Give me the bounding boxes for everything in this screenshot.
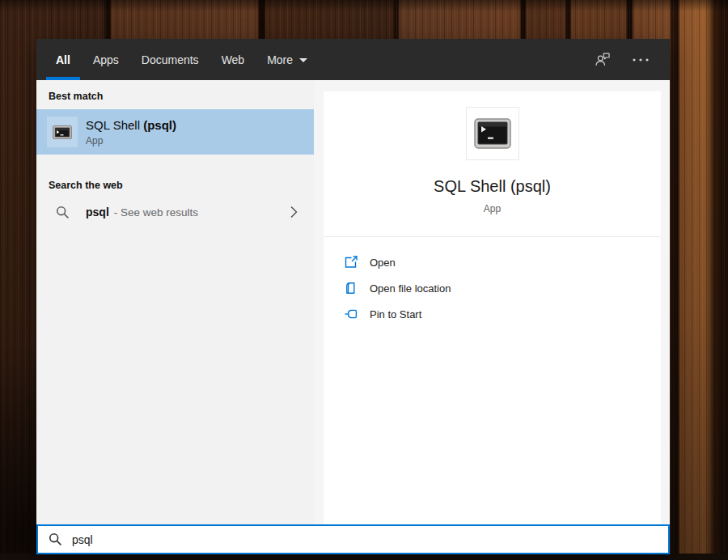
- best-match-heading: Best match: [36, 80, 314, 102]
- web-result-item[interactable]: psql- See web results: [36, 194, 314, 230]
- search-icon: [49, 532, 62, 546]
- terminal-icon: [466, 107, 519, 160]
- detail-app-title: SQL Shell (psql): [434, 177, 551, 196]
- search-header: All Apps Documents Web More: [36, 39, 670, 80]
- chevron-down-icon: [299, 58, 307, 62]
- action-open-label: Open: [370, 257, 396, 269]
- tab-all[interactable]: All: [46, 39, 80, 80]
- taskbar-edge: [0, 554, 728, 560]
- action-open[interactable]: Open: [344, 249, 661, 275]
- search-bar: [36, 524, 670, 554]
- best-match-item[interactable]: SQL Shell (psql) App: [36, 109, 314, 155]
- search-web-heading: Search the web: [36, 169, 314, 191]
- best-match-text: SQL Shell (psql) App: [86, 118, 176, 146]
- tab-more[interactable]: More: [257, 39, 317, 80]
- web-result-text: psql- See web results: [86, 206, 198, 218]
- tab-more-label: More: [267, 53, 293, 66]
- chevron-right-icon[interactable]: [290, 206, 298, 218]
- open-icon: [344, 256, 358, 269]
- terminal-icon: [47, 117, 78, 147]
- action-pin-to-start-label: Pin to Start: [370, 308, 421, 320]
- search-icon: [47, 206, 78, 219]
- feedback-icon[interactable]: [595, 53, 610, 66]
- search-tabs: All Apps Documents Web More: [46, 39, 320, 80]
- ellipsis-icon[interactable]: [633, 58, 649, 62]
- action-open-file-location-label: Open file location: [370, 282, 451, 295]
- detail-panel: SQL Shell (psql) App Open: [314, 80, 670, 524]
- windows-search-flyout: All Apps Documents Web More: [36, 39, 670, 554]
- tab-documents[interactable]: Documents: [132, 39, 209, 80]
- detail-actions: Open Open file location: [324, 237, 661, 327]
- tab-apps[interactable]: Apps: [83, 39, 129, 80]
- header-icons: [595, 39, 649, 80]
- detail-app-type: App: [484, 203, 501, 214]
- pin-icon: [344, 308, 358, 320]
- tab-web[interactable]: Web: [212, 39, 255, 80]
- result-type: App: [86, 135, 176, 146]
- results-panel: Best match SQL Shell (psql) App Sea: [36, 80, 314, 524]
- search-body: Best match SQL Shell (psql) App Sea: [36, 80, 670, 524]
- folder-icon: [344, 282, 358, 295]
- header-spacer: [320, 39, 595, 80]
- detail-card: SQL Shell (psql) App Open: [324, 91, 661, 524]
- action-open-file-location[interactable]: Open file location: [344, 275, 661, 301]
- action-pin-to-start[interactable]: Pin to Start: [344, 301, 661, 327]
- search-input[interactable]: [70, 532, 668, 547]
- result-title: SQL Shell (psql): [86, 118, 176, 133]
